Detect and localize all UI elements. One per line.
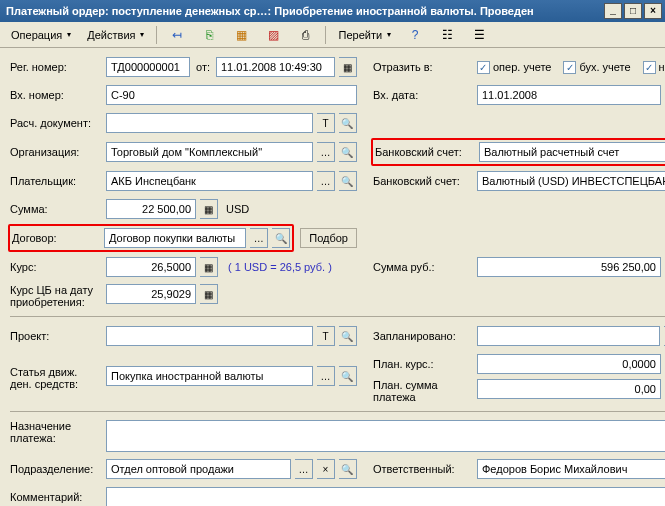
sumrub-input[interactable]: 596 250,00 [477,257,661,277]
print-icon: ⎙ [297,27,313,43]
otv-label: Ответственный: [373,463,473,475]
bank2-label: Банковский счет: [373,175,473,187]
close-button[interactable]: × [644,3,662,19]
org-lookup-btn[interactable]: 🔍 [339,142,357,162]
maximize-button[interactable]: □ [624,3,642,19]
tool-post[interactable]: ▦ [226,24,256,46]
unpost-icon: ▨ [265,27,281,43]
comment-label: Комментарий: [10,491,102,503]
plankurs-input[interactable]: 0,0000 [477,354,661,374]
vh-num-input[interactable]: С-90 [106,85,357,105]
payer-lookup-btn[interactable]: 🔍 [339,171,357,191]
comment-input[interactable] [106,487,665,506]
rasch-t-btn[interactable]: T [317,113,335,133]
plansum-input[interactable]: 0,00 [477,379,661,399]
minimize-button[interactable]: _ [604,3,622,19]
otv-input[interactable]: Федоров Борис Михайлович [477,459,665,479]
podr-input[interactable]: Отдел оптовой продажи [106,459,291,479]
tool-list[interactable]: ☰ [464,24,494,46]
stat-more-btn[interactable]: … [317,366,335,386]
kurs-cb-calc-btn[interactable]: ▦ [200,284,218,304]
kurs-note: ( 1 USD = 26,5 руб. ) [228,261,332,273]
org-more-btn[interactable]: … [317,142,335,162]
podr-more-btn[interactable]: … [295,459,313,479]
proekt-label: Проект: [10,330,102,342]
toolbar: Операция Действия ↤ ⎘ ▦ ▨ ⎙ Перейти ? ☷ … [0,22,665,48]
chk-nal[interactable]: ✓нал. учете [643,61,665,74]
proekt-lookup-btn[interactable]: 🔍 [339,326,357,346]
sum-calc-btn[interactable]: ▦ [200,199,218,219]
dogovor-input[interactable]: Договор покупки валюты [104,228,246,248]
tree-icon: ☷ [439,27,455,43]
org-label: Организация: [10,146,102,158]
sum-currency: USD [226,203,249,215]
podr-label: Подразделение: [10,463,102,475]
plan-input[interactable] [477,326,660,346]
go-menu[interactable]: Перейти [331,26,398,44]
stat-input[interactable]: Покупка иностранной валюты [106,366,313,386]
nazn-input[interactable] [106,420,665,452]
copy-icon: ⎘ [201,27,217,43]
help-icon: ? [407,27,423,43]
tool-help[interactable]: ? [400,24,430,46]
nazn-label: Назначение платежа: [10,420,102,444]
reg-date-input[interactable]: 11.01.2008 10:49:30 [216,57,335,77]
sumrub-label: Сумма руб.: [373,261,473,273]
tool-print[interactable]: ⎙ [290,24,320,46]
tool-tree[interactable]: ☷ [432,24,462,46]
dogovor-label: Договор: [12,232,100,244]
rasch-doc-label: Расч. документ: [10,117,102,129]
kurs-label: Курс: [10,261,102,273]
otrazit-label: Отразить в: [373,61,473,73]
bank1-label: Банковский счет: [375,146,475,158]
payer-input[interactable]: АКБ Инспецбанк [106,171,313,191]
kurs-cb-label: Курс ЦБ на дату приобретения: [10,284,102,308]
reg-num-input[interactable]: ТД000000001 [106,57,190,77]
kurs-calc-btn[interactable]: ▦ [200,257,218,277]
ot-label: от: [196,61,210,73]
reg-num-label: Рег. номер: [10,61,102,73]
window-title: Платежный ордер: поступление денежных ср… [6,5,602,17]
list-icon: ☰ [471,27,487,43]
vh-date-input[interactable]: 11.01.2008 [477,85,661,105]
payer-more-btn[interactable]: … [317,171,335,191]
stat-lookup-btn[interactable]: 🔍 [339,366,357,386]
sum-input[interactable]: 22 500,00 [106,199,196,219]
vh-num-label: Вх. номер: [10,89,102,101]
kurs-input[interactable]: 26,5000 [106,257,196,277]
titlebar: Платежный ордер: поступление денежных ср… [0,0,665,22]
proekt-t-btn[interactable]: T [317,326,335,346]
plansum-label: План. сумма платежа [373,379,473,403]
tool-unpost[interactable]: ▨ [258,24,288,46]
dogovor-lookup-btn[interactable]: 🔍 [272,228,290,248]
rasch-lookup-btn[interactable]: 🔍 [339,113,357,133]
chk-bux[interactable]: ✓бух. учете [563,61,630,74]
arrow-left-icon: ↤ [169,27,185,43]
vh-date-label: Вх. дата: [373,89,473,101]
rasch-doc-input[interactable] [106,113,313,133]
operation-menu[interactable]: Операция [4,26,78,44]
org-input[interactable]: Торговый дом "Комплексный" [106,142,313,162]
podbor-btn[interactable]: Подбор [300,228,357,248]
dogovor-more-btn[interactable]: … [250,228,268,248]
kurs-cb-input[interactable]: 25,9029 [106,284,196,304]
podr-lookup-btn[interactable]: 🔍 [339,459,357,479]
tool-back[interactable]: ↤ [162,24,192,46]
chk-oper[interactable]: ✓опер. учете [477,61,551,74]
podr-x-btn[interactable]: × [317,459,335,479]
sum-label: Сумма: [10,203,102,215]
plankurs-label: План. курс.: [373,358,473,370]
proekt-input[interactable] [106,326,313,346]
tool-copy[interactable]: ⎘ [194,24,224,46]
payer-label: Плательщик: [10,175,102,187]
bank1-input[interactable]: Валютный расчетный счет [479,142,665,162]
actions-menu[interactable]: Действия [80,26,151,44]
bank2-input[interactable]: Валютный (USD) ИНВЕСТСПЕЦБАНК [477,171,665,191]
post-icon: ▦ [233,27,249,43]
plan-label: Запланировано: [373,330,473,342]
date-picker-btn[interactable]: ▦ [339,57,357,77]
stat-label: Статья движ. ден. средств: [10,366,102,390]
